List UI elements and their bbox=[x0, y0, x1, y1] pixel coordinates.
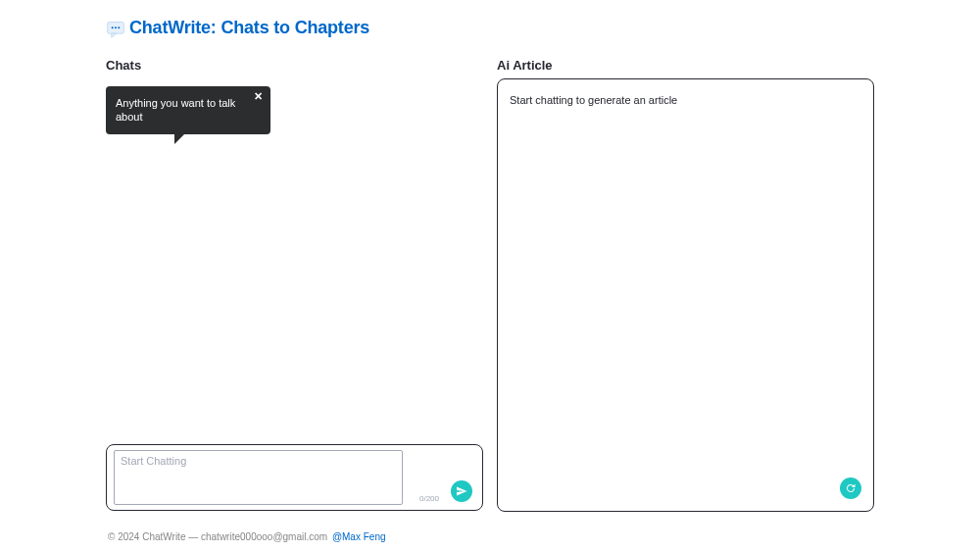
chat-input-container: 0/200 bbox=[106, 444, 483, 511]
send-button[interactable] bbox=[451, 480, 472, 502]
svg-point-2 bbox=[115, 26, 117, 28]
footer: © 2024 ChatWrite — chatwrite000ooo@gmail… bbox=[108, 531, 386, 542]
refresh-button[interactable] bbox=[840, 477, 861, 499]
app-title-row: ChatWrite: Chats to Chapters bbox=[106, 18, 874, 38]
refresh-icon bbox=[845, 482, 857, 494]
footer-copyright: © 2024 ChatWrite — chatwrite000ooo@gmail… bbox=[108, 531, 327, 542]
paper-plane-icon bbox=[456, 485, 467, 497]
article-title: Ai Article bbox=[497, 58, 874, 73]
svg-point-3 bbox=[118, 26, 120, 28]
intro-tooltip: Anything you want to talk about ✕ bbox=[106, 86, 270, 134]
chat-bubble-icon bbox=[106, 20, 125, 39]
chat-input[interactable] bbox=[114, 450, 403, 505]
chats-title: Chats bbox=[106, 58, 483, 73]
tooltip-text: Anything you want to talk about bbox=[116, 97, 235, 123]
svg-point-1 bbox=[112, 26, 114, 28]
article-placeholder: Start chatting to generate an article bbox=[510, 93, 861, 108]
footer-author-link[interactable]: @Max Feng bbox=[332, 531, 386, 542]
char-counter: 0/200 bbox=[419, 494, 439, 503]
article-pane: Start chatting to generate an article bbox=[497, 78, 874, 512]
app-title: ChatWrite: Chats to Chapters bbox=[129, 18, 369, 38]
close-icon[interactable]: ✕ bbox=[250, 87, 267, 105]
